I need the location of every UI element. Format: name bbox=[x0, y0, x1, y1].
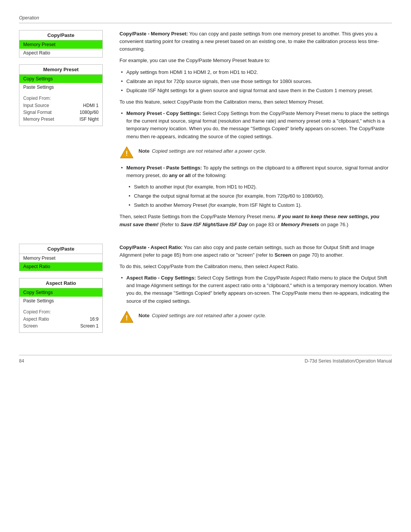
section1-instruction: To use this feature, select Copy/Paste f… bbox=[119, 98, 392, 106]
section-label: Operation bbox=[19, 15, 392, 21]
aspect-ratio-menu: Aspect Ratio Copy Settings Paste Setting… bbox=[19, 278, 103, 333]
warning-triangle-icon: ! bbox=[119, 145, 134, 160]
section1-sub2-bold2: any or all bbox=[169, 173, 191, 178]
section1-sub1-bold: Memory Preset - Copy Settings: bbox=[126, 110, 201, 116]
section1-paste-text3: on page 83 or bbox=[248, 222, 281, 227]
aspect-ratio-copied-from-label: Copied From: bbox=[19, 308, 102, 316]
aspect-ratio-copy-settings[interactable]: Copy Settings bbox=[19, 288, 102, 297]
section1-paste-bullet-2: Change the output signal format at the s… bbox=[127, 192, 392, 200]
section1-sub2-item: Memory Preset - Paste Settings: To apply… bbox=[119, 164, 392, 179]
svg-text:!: ! bbox=[126, 150, 128, 157]
memory-preset-memory-preset-label: Memory Preset bbox=[23, 117, 54, 122]
memory-preset-input-source-value: HDMI 1 bbox=[83, 103, 99, 108]
memory-preset-input-source-label: Input Source bbox=[23, 103, 49, 108]
aspect-ratio-screen-label: Screen bbox=[23, 323, 38, 329]
right-panel-top: Copy/Paste - Memory Preset: You can copy… bbox=[119, 30, 392, 232]
memory-preset-input-source-row: Input Source HDMI 1 bbox=[19, 102, 102, 109]
copypaste-menu-bottom-item-memory[interactable]: Memory Preset bbox=[19, 254, 102, 262]
note-box-1: ! NoteCopied settings are not retained a… bbox=[119, 145, 392, 160]
memory-preset-copy-settings[interactable]: Copy Settings bbox=[19, 75, 102, 83]
section1-bullet-1: Apply settings from HDMI 1 to HDMI 2, or… bbox=[119, 69, 392, 76]
aspect-ratio-aspect-row: Aspect Ratio 16:9 bbox=[19, 316, 102, 323]
note-content-2: Copied settings are not retained after a… bbox=[152, 313, 266, 318]
note-label-1: Note bbox=[139, 148, 150, 154]
memory-preset-memory-preset-row: Memory Preset ISF Night bbox=[19, 116, 102, 123]
header-rule bbox=[19, 23, 392, 23]
svg-text:!: ! bbox=[126, 314, 128, 322]
section2-intro-bold: Copy/Paste - Aspect Ratio: bbox=[119, 244, 183, 250]
copypaste-menu-top-title: Copy/Paste bbox=[19, 30, 102, 40]
section1-paste-bullet-3: Switch to another Memory Preset (for exa… bbox=[127, 201, 392, 209]
aspect-ratio-screen-row: Screen Screen 1 bbox=[19, 323, 102, 329]
section2-instruction: To do this, select Copy/Paste from the C… bbox=[119, 263, 392, 270]
manual-title: D-73d Series Installation/Operation Manu… bbox=[305, 358, 392, 364]
section1-sub2-bold: Memory Preset - Paste Settings: bbox=[126, 165, 202, 171]
memory-preset-signal-format-row: Signal Format 1080p/60 bbox=[19, 109, 102, 116]
memory-preset-menu-title: Memory Preset bbox=[19, 65, 102, 75]
page-number: 84 bbox=[19, 358, 24, 364]
section1-paste-bold2: Save ISF Night/Save ISF Day bbox=[180, 222, 247, 227]
section1-bullet-3: Duplicate ISF Night settings for a given… bbox=[119, 87, 392, 94]
memory-preset-paste-settings[interactable]: Paste Settings bbox=[19, 83, 102, 91]
memory-preset-menu: Memory Preset Copy Settings Paste Settin… bbox=[19, 64, 103, 126]
section2-intro: Copy/Paste - Aspect Ratio: You can also … bbox=[119, 244, 392, 259]
section1-paste-bullets: Switch to another input (for example, fr… bbox=[127, 183, 392, 209]
section2-sub1: Aspect Ratio - Copy Settings: Select Cop… bbox=[119, 274, 392, 305]
aspect-ratio-menu-title: Aspect Ratio bbox=[19, 278, 102, 288]
aspect-ratio-screen-value: Screen 1 bbox=[80, 323, 99, 329]
memory-preset-copied-from-label: Copied From: bbox=[19, 94, 102, 102]
copypaste-menu-top-item-aspect[interactable]: Aspect Ratio bbox=[19, 49, 102, 57]
copypaste-menu-bottom: Copy/Paste Memory Preset Aspect Ratio bbox=[19, 244, 103, 271]
copypaste-menu-bottom-title: Copy/Paste bbox=[19, 244, 102, 254]
section1-sub2: Memory Preset - Paste Settings: To apply… bbox=[119, 164, 392, 179]
bottom-content-area: Copy/Paste Memory Preset Aspect Ratio As… bbox=[19, 244, 392, 340]
section1-paste-instruction: Then, select Paste Settings from the Cop… bbox=[119, 213, 392, 228]
top-content-area: Copy/Paste Memory Preset Aspect Ratio Me… bbox=[19, 30, 392, 232]
section2-sub1-bold: Aspect Ratio - Copy Settings: bbox=[126, 275, 196, 281]
memory-preset-signal-format-value: 1080p/60 bbox=[80, 110, 99, 115]
section2-intro-text2: on page 70) to another. bbox=[291, 252, 344, 258]
section1-paste-text4: on page 76.) bbox=[319, 222, 349, 227]
section1-bullets: Apply settings from HDMI 1 to HDMI 2, or… bbox=[119, 69, 392, 94]
footer-rule bbox=[19, 355, 392, 355]
section2-sub1-item: Aspect Ratio - Copy Settings: Select Cop… bbox=[119, 274, 392, 305]
note-label-2: Note bbox=[139, 313, 150, 318]
section1-paste-bold3: Memory Presets bbox=[281, 222, 319, 227]
section1-example-intro: For example, you can use the Copy/Paste … bbox=[119, 57, 392, 64]
aspect-ratio-aspect-value: 16:9 bbox=[90, 316, 99, 322]
section1-intro-bold: Copy/Paste - Memory Preset: bbox=[119, 31, 188, 37]
warning-triangle-icon-2: ! bbox=[119, 310, 134, 324]
copypaste-menu-bottom-item-aspect[interactable]: Aspect Ratio bbox=[19, 262, 102, 271]
copypaste-menu-top-item-memory[interactable]: Memory Preset bbox=[19, 40, 102, 49]
section1-sub1: Memory Preset - Copy Settings: Select Co… bbox=[119, 110, 392, 141]
page: Operation Copy/Paste Memory Preset Aspec… bbox=[0, 0, 411, 532]
memory-preset-memory-preset-value: ISF Night bbox=[80, 117, 99, 122]
aspect-ratio-aspect-label: Aspect Ratio bbox=[23, 316, 49, 322]
section2-intro-bold2: Screen bbox=[274, 252, 291, 258]
section1-sub2-text2: of the following: bbox=[191, 173, 226, 178]
note-text-2: NoteCopied settings are not retained aft… bbox=[139, 310, 266, 318]
note-content-1: Copied settings are not retained after a… bbox=[152, 148, 266, 154]
section1-paste-text2: (Refer to bbox=[159, 222, 181, 227]
copypaste-menu-top: Copy/Paste Memory Preset Aspect Ratio bbox=[19, 30, 103, 58]
footer: 84 D-73d Series Installation/Operation M… bbox=[19, 358, 392, 364]
note-text-1: NoteCopied settings are not retained aft… bbox=[139, 145, 266, 154]
section1-sub1-item: Memory Preset - Copy Settings: Select Co… bbox=[119, 110, 392, 141]
section1-intro: Copy/Paste - Memory Preset: You can copy… bbox=[119, 30, 392, 53]
section1-bullet-2: Calibrate an input for 720p source signa… bbox=[119, 78, 392, 85]
aspect-ratio-paste-settings[interactable]: Paste Settings bbox=[19, 297, 102, 305]
right-panel-bottom: Copy/Paste - Aspect Ratio: You can also … bbox=[119, 244, 392, 340]
section1-paste-instruction-text: Then, select Paste Settings from the Cop… bbox=[119, 214, 277, 219]
left-panel-top: Copy/Paste Memory Preset Aspect Ratio Me… bbox=[19, 30, 110, 232]
memory-preset-signal-format-label: Signal Format bbox=[23, 110, 52, 115]
left-panel-bottom: Copy/Paste Memory Preset Aspect Ratio As… bbox=[19, 244, 110, 340]
section1-paste-bullet-1: Switch to another input (for example, fr… bbox=[127, 183, 392, 191]
note-box-2: ! NoteCopied settings are not retained a… bbox=[119, 310, 392, 324]
